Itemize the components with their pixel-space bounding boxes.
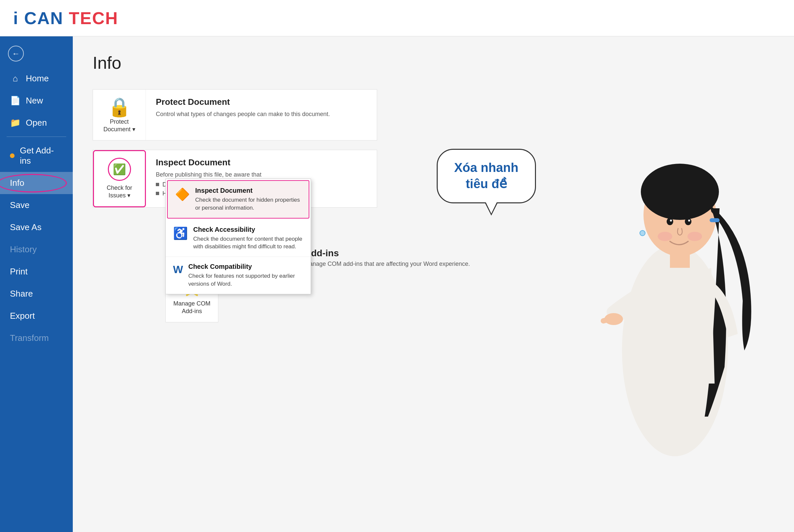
addins-title: Add-ins: [304, 248, 470, 259]
logo-tech: TECH: [63, 8, 118, 28]
sidebar-label-share: Share: [10, 289, 33, 299]
svg-point-10: [687, 232, 702, 241]
sidebar-label-home: Home: [26, 73, 49, 84]
svg-rect-4: [670, 251, 690, 268]
sidebar-item-share[interactable]: Share: [0, 283, 73, 305]
addins-section: Add-ins Manage COM add-ins that are affe…: [304, 248, 470, 267]
dropdown-check-compatibility[interactable]: W Check Compatibility Check for features…: [166, 257, 311, 294]
svg-point-5: [667, 218, 673, 225]
open-icon: 📁: [10, 118, 20, 128]
check-accessibility-desc: Check the document for content that peop…: [193, 235, 303, 251]
protect-document-title: Protect Document: [156, 97, 330, 107]
bullet-square-2: [156, 192, 159, 195]
check-issues-icon: ✅: [108, 158, 131, 181]
sidebar-item-save[interactable]: Save: [0, 194, 73, 216]
sidebar-label-transform: Transform: [10, 333, 49, 343]
svg-point-7: [670, 220, 672, 222]
sidebar-label-info: Info: [10, 178, 24, 188]
inspect-dropdown-icon: 🔶: [175, 188, 190, 201]
inspect-document-dropdown-desc: Check the document for hidden properties…: [195, 196, 301, 212]
bullet-icon: [10, 153, 15, 158]
sidebar-item-print[interactable]: Print: [0, 261, 73, 283]
check-compatibility-title: Check Compatibility: [188, 263, 303, 270]
inspect-document-dropdown-title: Inspect Document: [195, 187, 301, 194]
accessibility-icon: ♿: [173, 227, 188, 240]
sidebar-label-print: Print: [10, 266, 27, 277]
svg-point-6: [685, 218, 691, 225]
sidebar-item-transform[interactable]: Transform: [0, 327, 73, 349]
sidebar-item-home[interactable]: ⌂ Home: [0, 68, 73, 90]
bubble-text-line2: tiêu đề: [454, 176, 518, 192]
svg-rect-3: [709, 218, 720, 222]
main-content: Info 🔒 Protect Document ▾ Protect Docume…: [73, 36, 794, 532]
protect-document-button[interactable]: Protect Document ▾: [98, 118, 141, 134]
sidebar-item-save-as[interactable]: Save As: [0, 216, 73, 239]
svg-point-11: [640, 230, 645, 236]
protect-document-card: 🔒 Protect Document ▾ Protect Document Co…: [93, 89, 377, 140]
sidebar-item-new[interactable]: 📄 New: [0, 90, 73, 112]
page-title: Info: [93, 53, 774, 73]
svg-point-2: [641, 164, 719, 220]
compatibility-icon: W: [173, 264, 183, 276]
new-icon: 📄: [10, 96, 20, 106]
sidebar-item-history[interactable]: History: [0, 239, 73, 261]
protect-document-desc: Control what types of changes people can…: [156, 110, 330, 119]
svg-point-8: [688, 220, 690, 222]
back-icon: ←: [8, 45, 24, 61]
bullet-square-1: [156, 183, 159, 186]
lock-icon: 🔒: [108, 96, 131, 118]
sidebar-label-get-add-ins: Get Add-ins: [20, 146, 63, 166]
check-accessibility-title: Check Accessibility: [193, 226, 303, 233]
sidebar-item-get-add-ins[interactable]: Get Add-ins: [0, 139, 73, 172]
back-button[interactable]: ←: [0, 40, 73, 68]
sidebar-divider: [6, 136, 66, 137]
sidebar: ← ⌂ Home 📄 New 📁 Open Get Add-ins Info S…: [0, 36, 73, 532]
sidebar-item-info[interactable]: Info: [0, 172, 73, 194]
sidebar-label-history: History: [10, 244, 37, 254]
sidebar-item-export[interactable]: Export: [0, 305, 73, 327]
protect-document-content: Protect Document Control what types of c…: [146, 90, 340, 126]
sidebar-label-save-as: Save As: [10, 222, 41, 232]
protect-document-icon-area[interactable]: 🔒 Protect Document ▾: [93, 90, 146, 140]
check-compatibility-desc: Check for features not supported by earl…: [188, 272, 303, 288]
inspect-document-desc: Before publishing this file, be aware th…: [156, 170, 269, 179]
speech-bubble: Xóa nhanh tiêu đề: [437, 149, 536, 203]
manage-addins-label: Manage COM Add-ins: [171, 300, 213, 316]
dropdown-check-accessibility[interactable]: ♿ Check Accessibility Check the document…: [166, 220, 311, 257]
dropdown-menu: 🔶 Inspect Document Check the document fo…: [165, 178, 311, 294]
sidebar-label-new: New: [26, 96, 43, 106]
sidebar-label-open: Open: [26, 118, 47, 128]
character-illustration: [582, 102, 781, 499]
home-icon: ⌂: [10, 73, 20, 84]
logo-bar: i CAN TECH: [0, 0, 794, 36]
check-issues-button[interactable]: Check for Issues ▾: [99, 184, 140, 200]
dropdown-inspect-document[interactable]: 🔶 Inspect Document Check the document fo…: [167, 180, 309, 218]
svg-point-9: [658, 232, 672, 241]
logo-can: CAN: [19, 8, 63, 28]
sidebar-item-open[interactable]: 📁 Open: [0, 112, 73, 134]
addins-desc: Manage COM add-ins that are affecting yo…: [304, 261, 470, 267]
sidebar-label-save: Save: [10, 200, 30, 210]
inspect-document-title: Inspect Document: [156, 157, 269, 168]
bubble-text-line1: Xóa nhanh: [454, 160, 518, 176]
sidebar-label-export: Export: [10, 311, 35, 321]
logo: i CAN TECH: [13, 8, 118, 28]
check-issues-icon-area[interactable]: ✅ Check for Issues ▾: [93, 150, 146, 207]
logo-i: i: [13, 8, 19, 28]
